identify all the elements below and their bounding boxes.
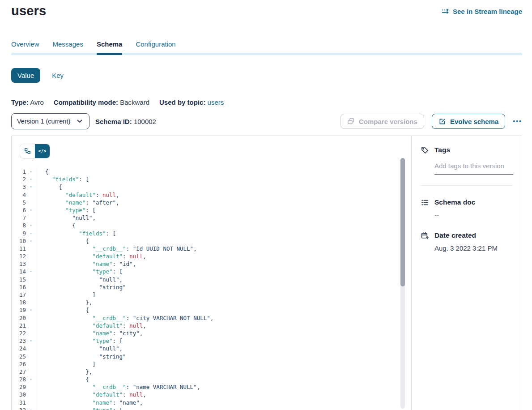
code-line: "default": null, (45, 391, 411, 398)
code-line: { (45, 222, 411, 229)
tab-bar: Overview Messages Schema Configuration (11, 40, 522, 55)
line-number: 14 (12, 268, 26, 275)
fold-toggle-icon[interactable]: ▾ (26, 406, 36, 410)
value-key-toggle: Value Key (11, 68, 64, 83)
code-line: { (45, 237, 411, 245)
evolve-schema-button[interactable]: Evolve schema (432, 114, 505, 129)
schema-doc-value: -- (434, 211, 513, 219)
edit-icon (438, 117, 447, 125)
line-number: 5 (12, 199, 26, 206)
version-select-value: Version 1 (current) (17, 118, 70, 125)
stream-lineage-label: See in Stream lineage (453, 8, 522, 15)
line-number: 21 (12, 322, 26, 329)
sidebar-divider (421, 185, 513, 186)
code-view-icon: </> (38, 149, 46, 154)
schema-doc-heading: Schema doc (434, 198, 475, 206)
schema-sidebar: Tags Schema doc -- (412, 136, 522, 410)
fold-toggle-icon[interactable]: ▾ (26, 168, 36, 175)
code-line: { (45, 168, 411, 175)
date-created-section: Date created Aug. 3 2022 3:21 PM (421, 231, 513, 252)
line-number: 13 (12, 260, 26, 268)
tree-view-button[interactable] (20, 144, 35, 158)
schema-panel: </> 1▾2▾3▾456▾78▾9▾10▾11121314▾151617181… (11, 136, 522, 410)
line-number: 23 (12, 337, 26, 345)
fold-toggle-icon[interactable]: ▾ (26, 237, 36, 245)
fold-toggle-icon[interactable]: ▾ (26, 206, 36, 214)
type-value: Avro (30, 98, 44, 106)
code-line: "type": [ (45, 268, 411, 275)
line-number: 20 (12, 314, 26, 322)
code-line: "default": null, (45, 322, 411, 329)
tags-heading: Tags (434, 146, 450, 154)
line-number: 10 (12, 237, 26, 245)
version-select[interactable]: Version 1 (current) (11, 113, 89, 129)
line-number: 32 (12, 406, 26, 410)
line-number: 4 (12, 191, 26, 199)
scrollbar-thumb[interactable] (400, 158, 405, 286)
tags-heading-row: Tags (421, 146, 513, 154)
scrollbar-track[interactable] (400, 158, 405, 409)
line-number: 18 (12, 299, 26, 306)
line-number: 28 (12, 376, 26, 383)
controls-actions: Compare versions Evolve schema ••• (340, 114, 522, 129)
compare-versions-icon (347, 117, 355, 125)
tab-schema[interactable]: Schema (97, 40, 123, 48)
code-line: "__crdb__": "city VARCHAR NOT NULL", (45, 314, 411, 322)
compare-versions-label: Compare versions (359, 118, 417, 125)
line-number: 11 (12, 245, 26, 252)
code-line: "null", (45, 214, 411, 222)
code-view-button[interactable]: </> (35, 144, 50, 158)
code-line: "string" (45, 283, 411, 291)
line-number: 8 (12, 222, 26, 229)
code-line: }, (45, 299, 411, 306)
meta-compat: Compatibility mode: Backward (54, 98, 149, 106)
compare-versions-button[interactable]: Compare versions (340, 114, 424, 129)
stream-lineage-link[interactable]: See in Stream lineage (442, 7, 522, 15)
add-tags-input[interactable] (434, 161, 513, 175)
schema-id-label: Schema ID: (95, 118, 132, 125)
controls-row: Version 1 (current) Schema ID: 100002 Co… (11, 113, 522, 129)
line-number: 19 (12, 306, 26, 314)
line-number: 26 (12, 360, 26, 368)
fold-toggle-icon[interactable]: ▾ (26, 175, 36, 183)
code-line: "null", (45, 276, 411, 283)
line-number: 2 (12, 175, 26, 183)
line-number: 27 (12, 368, 26, 376)
code-editor[interactable]: 1▾2▾3▾456▾78▾9▾10▾11121314▾1516171819▾20… (12, 168, 411, 410)
line-number: 25 (12, 353, 26, 360)
schema-doc-section: Schema doc -- (421, 198, 513, 219)
more-actions-button[interactable]: ••• (513, 118, 522, 125)
code-line: "fields": [ (45, 175, 411, 183)
key-toggle-button[interactable]: Key (52, 72, 64, 79)
fold-toggle-icon[interactable]: ▾ (26, 268, 36, 275)
code-lines: { "fields": [ { "default": null, "name":… (37, 168, 411, 410)
fold-toggle-icon[interactable]: ▾ (26, 230, 36, 237)
calendar-plus-icon (421, 231, 429, 239)
value-toggle-button[interactable]: Value (11, 68, 40, 83)
code-line: "string" (45, 353, 411, 360)
fold-toggle-icon[interactable]: ▾ (26, 183, 36, 191)
code-line: "__crdb__": "name VARCHAR NULL", (45, 383, 411, 391)
tab-overview[interactable]: Overview (11, 40, 39, 48)
tab-messages[interactable]: Messages (53, 40, 83, 48)
view-toggle: </> (20, 144, 50, 158)
tab-configuration[interactable]: Configuration (136, 40, 175, 48)
schema-id: Schema ID: 100002 (95, 118, 156, 125)
line-number: 16 (12, 283, 26, 291)
code-line: "__crdb__": "id UUID NOT NULL", (45, 245, 411, 252)
fold-toggle-icon[interactable]: ▾ (26, 306, 36, 314)
code-line: { (45, 183, 411, 191)
compat-label: Compatibility mode: (54, 98, 118, 106)
fold-toggle-icon[interactable]: ▾ (26, 337, 36, 345)
fold-toggle-icon[interactable]: ▾ (26, 222, 36, 229)
fold-toggle-icon[interactable]: ▾ (26, 376, 36, 383)
page-title: users (11, 4, 46, 18)
line-number: 17 (12, 291, 26, 299)
tree-view-icon (24, 147, 32, 155)
code-line: { (45, 306, 411, 314)
code-line: "type": [ (45, 206, 411, 214)
date-created-heading: Date created (434, 231, 476, 239)
type-label: Type: (11, 98, 29, 106)
topic-link[interactable]: users (208, 98, 224, 106)
line-number: 24 (12, 345, 26, 352)
